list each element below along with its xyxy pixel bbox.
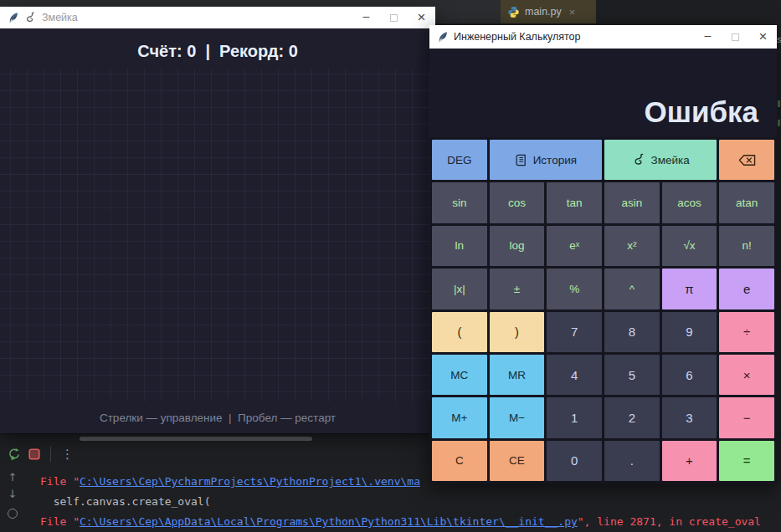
calc-button-five[interactable]: 5 xyxy=(604,355,660,395)
calc-button-dot[interactable]: . xyxy=(604,441,660,481)
calc-button-tan[interactable]: tan xyxy=(547,182,602,223)
calc-button-label: e xyxy=(743,282,750,296)
calc-button-label: MR xyxy=(508,369,526,381)
calc-button-close-paren[interactable]: ) xyxy=(490,312,545,352)
calc-button-label: 1 xyxy=(571,411,578,425)
calc-button-plus[interactable]: + xyxy=(662,441,717,481)
calc-button-open-paren[interactable]: ( xyxy=(432,312,487,352)
stacktrace-file-link[interactable]: C:\Users\Cep\AppData\Local\Programs\Pyth… xyxy=(80,515,578,528)
calc-button-divide[interactable]: ÷ xyxy=(719,312,774,352)
stacktrace-file-link[interactable]: C:\Users\Cep\PycharmProjects\PythonProje… xyxy=(80,475,420,488)
calc-button-label: C xyxy=(455,454,464,467)
calc-button-x-squared[interactable]: x² xyxy=(604,226,660,266)
calc-button-minus[interactable]: − xyxy=(719,397,774,437)
calc-button-label: ln xyxy=(455,239,465,252)
calc-button-abs[interactable]: |x| xyxy=(432,269,487,309)
history-icon xyxy=(515,154,527,166)
calc-button-sin[interactable]: sin xyxy=(432,182,487,223)
calc-button-ln[interactable]: ln xyxy=(432,226,487,266)
calc-button-multiply[interactable]: × xyxy=(719,355,774,395)
tab-close-icon[interactable]: × xyxy=(569,6,576,18)
calc-button-four[interactable]: 4 xyxy=(547,355,602,395)
calc-button-label: 5 xyxy=(629,368,635,382)
snake-game-area: Счёт: 0 | Рекорд: 0 Стрелки — управление… xyxy=(0,28,435,433)
calc-button-asin[interactable]: asin xyxy=(604,182,660,223)
snake-window: Змейка – × Счёт: 0 | Рекорд: 0 Стрелки —… xyxy=(0,7,435,433)
calc-button-pi[interactable]: π xyxy=(662,269,717,309)
stop-button[interactable] xyxy=(28,448,40,460)
calc-button-label: CE xyxy=(509,454,525,467)
calc-button-equals[interactable]: = xyxy=(719,441,774,481)
editor-tab-main-py[interactable]: main.py × xyxy=(501,0,596,23)
calc-button-label: 7 xyxy=(571,325,578,339)
calc-button-label: acos xyxy=(677,197,701,209)
minimize-button[interactable]: – xyxy=(352,7,380,28)
calc-button-percent[interactable]: % xyxy=(547,269,602,309)
calc-button-memory-clear[interactable]: MC xyxy=(432,355,487,395)
calc-button-clear-entry[interactable]: CE xyxy=(490,441,545,481)
calc-button-label: Змейка xyxy=(651,154,690,166)
calc-button-zero[interactable]: 0 xyxy=(547,441,602,481)
calc-button-label: . xyxy=(630,453,634,468)
toolbar-separator xyxy=(50,447,51,462)
calc-button-label: M− xyxy=(509,412,525,424)
calc-button-clear[interactable]: C xyxy=(432,441,487,481)
close-button[interactable]: × xyxy=(749,25,777,49)
calc-button-label: eˣ xyxy=(569,239,579,252)
console-toolbar: ⋮ xyxy=(0,442,74,466)
tk-feather-icon xyxy=(8,12,18,24)
minimize-button[interactable]: – xyxy=(694,25,722,49)
soft-wrap-icon[interactable] xyxy=(8,509,18,519)
snake-icon xyxy=(632,153,645,166)
clipped-editor-glyph xyxy=(778,120,780,126)
calc-button-factorial[interactable]: n! xyxy=(719,226,774,266)
calc-button-grid: DEGИсторияЗмейкаsincostanasinacosatanlnl… xyxy=(429,137,777,483)
calc-button-nine[interactable]: 9 xyxy=(662,312,717,352)
calc-button-sqrt[interactable]: √x xyxy=(662,226,717,266)
calc-button-label: ± xyxy=(514,283,520,295)
maximize-button[interactable] xyxy=(380,7,408,28)
clipped-editor-text: s xyxy=(777,34,781,44)
calc-button-atan[interactable]: atan xyxy=(719,182,774,223)
calc-button-plus-minus[interactable]: ± xyxy=(490,269,545,309)
calc-button-seven[interactable]: 7 xyxy=(547,312,602,352)
calculator-titlebar[interactable]: Инженерный Калькулятор – × xyxy=(429,25,777,49)
calc-button-memory-recall[interactable]: MR xyxy=(490,355,545,395)
calc-button-exp[interactable]: eˣ xyxy=(547,226,602,266)
calculator-display: Ошибка xyxy=(429,49,777,137)
calc-button-cos[interactable]: cos xyxy=(490,182,545,223)
calc-button-acos[interactable]: acos xyxy=(662,182,717,223)
calc-button-three[interactable]: 3 xyxy=(662,397,717,437)
rerun-button[interactable] xyxy=(8,448,21,461)
calc-button-eight[interactable]: 8 xyxy=(604,312,660,352)
calc-button-six[interactable]: 6 xyxy=(662,355,717,395)
calc-button-backspace[interactable] xyxy=(719,140,774,180)
calc-button-log[interactable]: log xyxy=(490,226,545,266)
console-line: self.canvas.create_oval( xyxy=(40,492,781,512)
score-label: Счёт: 0 | Рекорд: 0 xyxy=(0,42,435,61)
calc-button-two[interactable]: 2 xyxy=(604,397,660,437)
calc-button-snake-game[interactable]: Змейка xyxy=(604,140,717,180)
calc-button-memory-plus[interactable]: M+ xyxy=(432,397,487,437)
maximize-button[interactable] xyxy=(722,25,749,49)
calc-button-power[interactable]: ^ xyxy=(604,269,660,309)
calc-button-memory-minus[interactable]: M− xyxy=(490,397,545,437)
calc-button-one[interactable]: 1 xyxy=(547,397,602,437)
calc-button-euler[interactable]: e xyxy=(719,269,774,309)
calc-button-label: % xyxy=(569,283,579,295)
calc-button-label: atan xyxy=(736,197,758,209)
next-occurrence-icon[interactable]: ↓ xyxy=(8,489,18,499)
snake-titlebar[interactable]: Змейка – × xyxy=(0,7,435,28)
prev-occurrence-icon[interactable]: ↑ xyxy=(8,472,18,483)
more-options-icon[interactable]: ⋮ xyxy=(61,448,74,461)
snake-canvas[interactable] xyxy=(0,69,435,402)
calc-button-deg[interactable]: DEG xyxy=(432,140,487,180)
calc-button-history[interactable]: История xyxy=(490,140,602,180)
calc-button-label: √x xyxy=(683,239,695,252)
scrollbar-thumb[interactable] xyxy=(80,437,312,441)
clipped-editor-glyph xyxy=(778,100,780,107)
calc-button-label: cos xyxy=(508,197,526,209)
stacktrace-error-text: File " xyxy=(40,475,80,488)
calc-button-label: ^ xyxy=(629,283,635,295)
calc-button-label: DEG xyxy=(447,154,471,166)
